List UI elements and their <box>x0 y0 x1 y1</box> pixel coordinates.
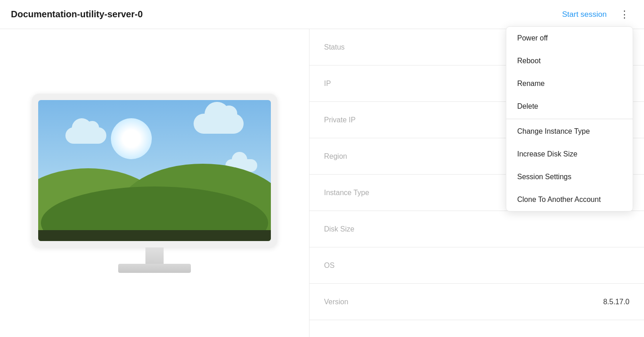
monitor-base <box>118 264 191 273</box>
dropdown-item-session-settings[interactable]: Session Settings <box>506 166 633 188</box>
info-row-version: Version 8.5.17.0 <box>310 284 644 320</box>
value-version: 8.5.17.0 <box>603 298 629 306</box>
dropdown-item-power-off[interactable]: Power off <box>506 27 633 50</box>
monitor-illustration <box>32 94 277 273</box>
monitor-screen <box>38 100 271 241</box>
cloud-2 <box>194 114 244 134</box>
label-private-ip: Private IP <box>324 116 406 124</box>
info-row-os: OS <box>310 247 644 284</box>
dropdown-item-delete[interactable]: Delete <box>506 95 633 118</box>
screen-sun <box>111 118 152 159</box>
label-ip: IP <box>324 80 406 88</box>
dropdown-item-change-instance-type[interactable]: Change Instance Type <box>506 120 633 143</box>
left-panel <box>0 29 309 337</box>
info-row-disk-size: Disk Size <box>310 211 644 247</box>
monitor-neck <box>145 247 164 264</box>
start-session-button[interactable]: Start session <box>560 6 609 23</box>
dropdown-menu: Power off Reboot Rename Delete Change In… <box>506 26 633 211</box>
header: Documentation-utility-server-0 Start ses… <box>0 0 644 29</box>
page-title: Documentation-utility-server-0 <box>11 9 143 20</box>
label-status: Status <box>324 43 406 51</box>
dropdown-divider <box>506 119 633 119</box>
screen-ground <box>38 230 271 241</box>
dropdown-item-rename[interactable]: Rename <box>506 72 633 95</box>
label-version: Version <box>324 298 406 306</box>
label-region: Region <box>324 152 406 161</box>
monitor-body <box>32 94 277 247</box>
cloud-1 <box>65 127 106 144</box>
label-instance-type: Instance Type <box>324 189 406 197</box>
dropdown-item-clone-to-another-account[interactable]: Clone To Another Account <box>506 188 633 211</box>
label-disk-size: Disk Size <box>324 225 406 233</box>
dropdown-item-increase-disk-size[interactable]: Increase Disk Size <box>506 143 633 166</box>
more-icon: ⋮ <box>619 10 629 20</box>
dropdown-item-reboot[interactable]: Reboot <box>506 50 633 72</box>
header-actions: Start session ⋮ Power off Reboot Rename … <box>560 6 633 23</box>
label-os: OS <box>324 262 406 270</box>
more-options-button[interactable]: ⋮ <box>616 8 633 21</box>
